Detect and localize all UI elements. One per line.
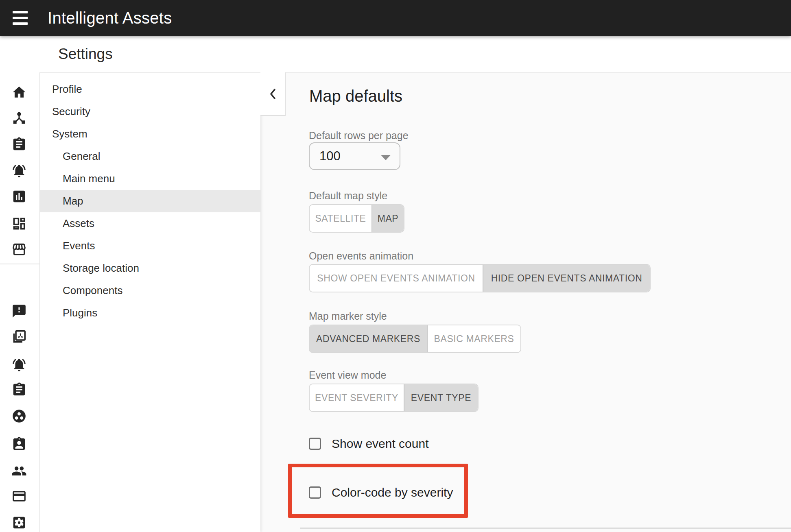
nav-item-security[interactable]: Security (40, 100, 260, 123)
event-view-mode-label: Event view mode (309, 369, 386, 381)
storefront-icon[interactable] (11, 242, 27, 257)
people-icon[interactable] (11, 463, 27, 479)
nav-item-storage-location[interactable]: Storage location (40, 257, 260, 279)
rows-per-page-label: Default rows per page (309, 130, 409, 142)
section-divider (300, 528, 791, 529)
section-heading: Map defaults (309, 87, 402, 105)
show-open-events-animation-button[interactable]: SHOW OPEN EVENTS ANIMATION (310, 265, 483, 292)
credit-card-icon[interactable] (11, 488, 27, 504)
badge-icon[interactable] (11, 436, 27, 452)
app-title: Intelligent Assets (48, 0, 172, 36)
nav-item-assets[interactable]: Assets (40, 212, 260, 235)
event-severity-button[interactable]: EVENT SEVERITY (310, 384, 404, 411)
show-event-count-checkbox[interactable] (309, 438, 321, 450)
nav-item-map[interactable]: Map (40, 190, 260, 212)
icon-rail (0, 72, 40, 532)
event-type-button[interactable]: EVENT TYPE (404, 384, 478, 411)
satellite-button[interactable]: SATELLITE (310, 205, 371, 232)
map-marker-style-toggle: ADVANCED MARKERS BASIC MARKERS (309, 325, 521, 353)
hide-open-events-animation-button[interactable]: HIDE OPEN EVENTS ANIMATION (483, 265, 650, 292)
rows-per-page-select[interactable]: 100 (309, 142, 400, 170)
nav-item-system[interactable]: System (40, 123, 260, 145)
map-defaults-panel: Map defaults Default rows per page 100 D… (260, 72, 791, 532)
map-style-label: Default map style (309, 190, 387, 202)
nav-item-components[interactable]: Components (40, 279, 260, 302)
nav-item-profile[interactable]: Profile (40, 78, 260, 100)
open-events-animation-label: Open events animation (309, 250, 413, 262)
dropdown-arrow-icon (381, 155, 391, 160)
device-hub-icon[interactable] (11, 110, 27, 126)
notifications-bell-icon[interactable] (11, 357, 27, 373)
group-work-icon[interactable] (11, 408, 27, 424)
feedback-icon[interactable] (11, 303, 27, 319)
map-style-toggle: SATELLITE MAP (309, 204, 404, 233)
media-library-icon[interactable] (11, 329, 27, 344)
home-icon[interactable] (11, 85, 27, 100)
nav-item-plugins[interactable]: Plugins (40, 302, 260, 324)
settings-nav: Profile Security System General Main men… (40, 72, 260, 532)
open-events-animation-toggle: SHOW OPEN EVENTS ANIMATION HIDE OPEN EVE… (309, 264, 651, 292)
map-marker-style-label: Map marker style (309, 310, 387, 322)
basic-markers-button[interactable]: BASIC MARKERS (427, 325, 520, 352)
bar-chart-icon[interactable] (11, 189, 27, 204)
map-button[interactable]: MAP (371, 205, 404, 232)
notifications-bell-icon[interactable] (11, 163, 27, 179)
event-view-mode-toggle: EVENT SEVERITY EVENT TYPE (309, 384, 479, 412)
page-header: Settings (0, 36, 791, 73)
settings-gear-icon[interactable] (11, 515, 27, 530)
nav-item-events[interactable]: Events (40, 235, 260, 257)
dashboard-icon[interactable] (11, 216, 27, 231)
clipboard-icon[interactable] (11, 137, 27, 152)
rail-divider (0, 264, 39, 264)
app-bar: Intelligent Assets (0, 0, 791, 36)
advanced-markers-button[interactable]: ADVANCED MARKERS (310, 325, 427, 352)
rows-per-page-value: 100 (319, 149, 341, 164)
hamburger-menu-icon[interactable] (13, 11, 28, 25)
annotation-highlight-box (288, 464, 468, 518)
nav-item-general[interactable]: General (40, 145, 260, 168)
clipboard-icon[interactable] (11, 382, 27, 397)
page-title: Settings (58, 36, 113, 72)
show-event-count-row: Show event count (309, 436, 429, 452)
collapse-nav-button[interactable] (260, 72, 286, 116)
chevron-left-icon (269, 88, 276, 100)
nav-item-main-menu[interactable]: Main menu (40, 168, 260, 190)
show-event-count-label: Show event count (332, 437, 429, 451)
